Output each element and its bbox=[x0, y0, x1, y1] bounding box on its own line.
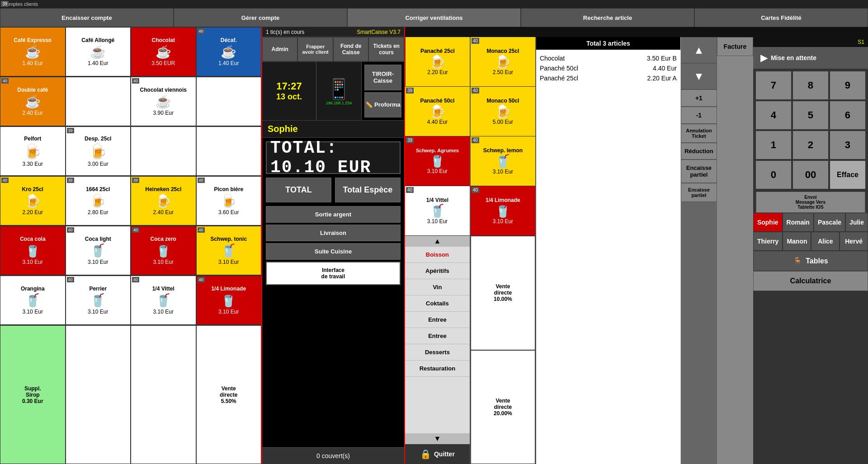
staff-julie[interactable]: Julie bbox=[845, 213, 868, 232]
tiroir-btn[interactable]: TIROIR-Caisse bbox=[364, 65, 401, 90]
prod-monaco50[interactable]: 40 Monaco 50cl 🍺 5.00 Eur bbox=[471, 87, 535, 136]
prod-schwep-lemon[interactable]: 40 Schwep. lemon 🥤 3.10 Eur bbox=[471, 136, 535, 186]
staff-romain[interactable]: Romain bbox=[783, 213, 814, 232]
app-name: SmartCaisse V3.7 bbox=[357, 29, 401, 35]
tables-btn[interactable]: 🪑 Tables bbox=[753, 251, 868, 271]
prod-chocolat-viennois[interactable]: 40 Chocolat viennois ☕ 3.90 Eur bbox=[131, 77, 196, 126]
prod-limonade[interactable]: 40 1/4 Limonade 🥤 3.10 Eur bbox=[196, 276, 262, 325]
envoi-message-btn[interactable]: Envoi Message Vers Tablette IOS bbox=[756, 192, 865, 213]
vente-directe-1[interactable]: Ventedirecte5.50% bbox=[196, 325, 262, 464]
admin-btn[interactable]: Admin bbox=[262, 37, 297, 61]
prod-vittel2[interactable]: 40 1/4 Vittel 🥤 3.10 Eur bbox=[405, 186, 470, 236]
prod-desp25[interactable]: 39 Desp. 25cl 🍺 3.00 Eur bbox=[66, 127, 131, 176]
sortie-argent-btn[interactable]: Sortie argent bbox=[266, 206, 401, 223]
num-5[interactable]: 5 bbox=[793, 101, 828, 129]
vente-directe-2[interactable]: Ventedirecte10.00% bbox=[471, 236, 535, 350]
annulation-ticket-btn[interactable]: Annulation Ticket bbox=[681, 124, 717, 143]
vente-directe-3[interactable]: Ventedirecte20.00% bbox=[471, 350, 535, 464]
cat-scroll-down[interactable]: ▼ bbox=[405, 433, 470, 444]
staff-manon[interactable]: Manon bbox=[783, 232, 811, 251]
cat-desserts[interactable]: Desserts bbox=[405, 344, 470, 361]
cat-entree1[interactable]: Entree bbox=[405, 312, 470, 328]
prod-schwep-agrumes[interactable]: 39 Schwep. Agrumes 🥤 3.10 Eur bbox=[405, 136, 470, 186]
recherche-btn[interactable]: Recherche article bbox=[521, 8, 694, 27]
num-00[interactable]: 00 bbox=[793, 161, 828, 189]
cat-boisson[interactable]: Boisson bbox=[405, 247, 470, 263]
suite-cuisine-btn[interactable]: Suite Cuisine bbox=[266, 243, 401, 260]
offrir-btn[interactable]: Réduction bbox=[681, 143, 717, 159]
encaisser-btn[interactable]: Encaisser compte bbox=[0, 8, 174, 27]
cat-coktails[interactable]: Coktails bbox=[405, 295, 470, 312]
prod-panache25[interactable]: 39 Panaché 25cl 🍺 2.20 Eur bbox=[405, 37, 470, 87]
cat-entree2[interactable]: Entree bbox=[405, 328, 470, 344]
total-espece-btn[interactable]: Total Espèce bbox=[335, 178, 401, 202]
prod-coca-light[interactable]: 40 Coca light 🥤 3.10 Eur bbox=[66, 226, 131, 275]
num-9[interactable]: 9 bbox=[830, 71, 865, 99]
prod-sirop[interactable]: Suppl. Sirop 0.30 Eur bbox=[0, 325, 66, 464]
tickets-btn[interactable]: Tickets en cours bbox=[368, 37, 404, 61]
staff-herve[interactable]: Hervé bbox=[840, 232, 868, 251]
prod-monaco25[interactable]: 40 Monaco 25cl 🍺 2.50 Eur bbox=[471, 37, 535, 87]
cartes-btn[interactable]: Cartes Fidélité bbox=[694, 8, 868, 27]
prod-decaf[interactable]: 40 Décaf. ☕ 1.40 Eur bbox=[196, 27, 262, 76]
num-6[interactable]: 6 bbox=[830, 101, 865, 129]
prod-heineken25[interactable]: 39 Heineken 25cl 🍺 2.40 Eur bbox=[131, 176, 196, 225]
num-2[interactable]: 2 bbox=[793, 131, 828, 159]
prod-empty-r2c4 bbox=[196, 77, 262, 126]
cat-scroll-up[interactable]: ▲ bbox=[405, 236, 470, 247]
prod-empty-r3c4 bbox=[196, 127, 262, 176]
num-7[interactable]: 7 bbox=[756, 71, 791, 99]
prod-cafe-expresso[interactable]: Café Expresso ☕ 1.40 Eur bbox=[0, 27, 66, 76]
proforma-btn[interactable]: ✏️ Proforma bbox=[364, 92, 401, 118]
num-4[interactable]: 4 bbox=[756, 101, 791, 129]
plus1-btn[interactable]: +1 bbox=[681, 89, 717, 107]
corriger-btn[interactable]: Corriger ventilations bbox=[347, 8, 521, 27]
prod-panache50[interactable]: 39 Panaché 50cl 🍺 4.40 Eur bbox=[405, 87, 470, 136]
quitter-btn[interactable]: 🔒 Quitter bbox=[405, 444, 470, 464]
prod-vittel[interactable]: 40 1/4 Vittel 🥤 3.10 Eur bbox=[131, 276, 196, 325]
prod-limonade2[interactable]: 40 1/4 Limonade 🥤 3.10 Eur bbox=[471, 186, 535, 236]
prod-1664-25[interactable]: 38 1664 25cl 🍺 2.80 Eur bbox=[66, 176, 131, 225]
interface-travail-btn[interactable]: Interface de travail bbox=[266, 262, 401, 285]
prod-picon-biere[interactable]: 40 Picon bière 🍺 3.60 Eur bbox=[196, 176, 262, 225]
prod-kro25[interactable]: 40 Kro 25cl 🍺 2.20 Eur bbox=[0, 176, 66, 225]
prod-schwep-tonic[interactable]: 40 Schwep. tonic 🥤 3.10 Eur bbox=[196, 226, 262, 275]
total-display: TOTAL: 10.10 EUR bbox=[270, 138, 396, 177]
prod-chocolat[interactable]: Chocolat ☕ 3.50 EUR bbox=[131, 27, 196, 76]
staff-sophie[interactable]: Sophie bbox=[753, 213, 783, 232]
num-0[interactable]: 0 bbox=[756, 161, 791, 189]
cat-restauration[interactable]: Restauration bbox=[405, 361, 470, 377]
staff-thierry[interactable]: Thierry bbox=[753, 232, 783, 251]
fond-caisse-btn[interactable]: Fond de Caisse bbox=[333, 37, 368, 61]
encaisse-partiel-btn[interactable]: Encaisse partiel bbox=[681, 183, 717, 202]
scroll-up-btn[interactable]: ▲ bbox=[681, 37, 717, 63]
frapper-btn[interactable]: Frapper avoir client bbox=[297, 37, 333, 61]
cat-vin[interactable]: Vin bbox=[405, 279, 470, 295]
calculatrice-btn[interactable]: Calculatrice bbox=[753, 271, 868, 291]
livraison-btn[interactable]: Livraison bbox=[266, 225, 401, 241]
gerer-btn[interactable]: Gérer compte bbox=[174, 8, 347, 27]
prod-cafe-allonge[interactable]: Café Allongé ☕ 1.40 Eur bbox=[66, 27, 131, 76]
staff-alice[interactable]: Alice bbox=[811, 232, 840, 251]
total-btn[interactable]: TOTAL bbox=[266, 178, 331, 202]
cat-aperitifs[interactable]: Apéritifs bbox=[405, 263, 470, 279]
prod-coca-zero[interactable]: 40 Coca zero 🥤 3.10 Eur bbox=[131, 226, 196, 275]
reduction-btn[interactable]: Encaisse partiel bbox=[681, 159, 717, 183]
staff-pascale[interactable]: Pascale bbox=[814, 213, 845, 232]
scroll-down-btn[interactable]: ▼ bbox=[681, 63, 717, 89]
prod-pelfort[interactable]: Pelfort 🍺 3.30 Eur bbox=[0, 127, 66, 176]
prod-perrier[interactable]: 40 Perrier 🥤 3.10 Eur bbox=[66, 276, 131, 325]
prod-empty-r2c2 bbox=[66, 77, 131, 126]
num-8[interactable]: 8 bbox=[793, 71, 828, 99]
receipt-item-2: Panaché 50cl 4.40 Eur bbox=[540, 63, 677, 73]
mise-attente-btn[interactable]: ▶ Mise en attente bbox=[753, 47, 868, 69]
prod-double-cafe[interactable]: 40 Double café ☕ 2.40 Eur bbox=[0, 77, 66, 126]
num-1[interactable]: 1 bbox=[756, 131, 791, 159]
num-3[interactable]: 3 bbox=[830, 131, 865, 159]
prod-orangina[interactable]: Orangina 🥤 3.10 Eur bbox=[0, 276, 66, 325]
efface-btn[interactable]: Efface bbox=[830, 161, 865, 189]
minus1-btn[interactable]: -1 bbox=[681, 107, 717, 124]
lock-icon: 🔒 bbox=[420, 449, 431, 459]
prod-coca-cola[interactable]: Coca cola 🥤 3.10 Eur bbox=[0, 226, 66, 275]
facture-btn[interactable]: Facture bbox=[717, 37, 753, 56]
